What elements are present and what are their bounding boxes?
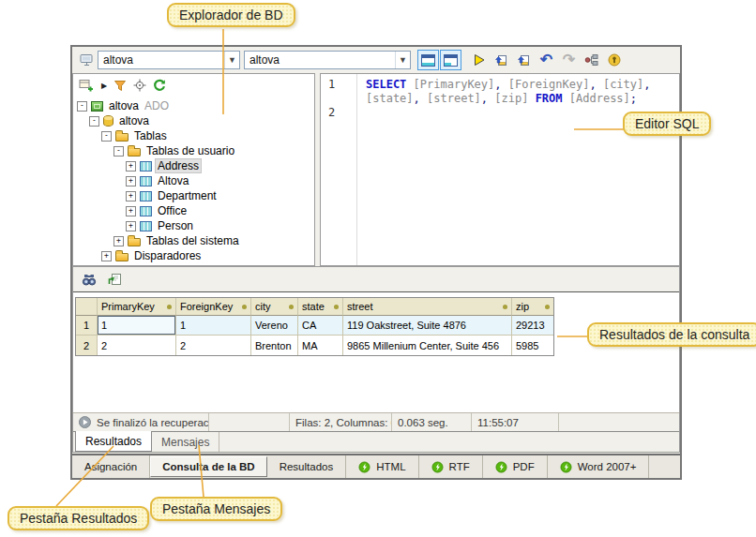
tree-expander-icon[interactable]: + [126, 191, 136, 201]
row-number[interactable]: 2 [76, 336, 98, 355]
grid-cell[interactable]: Vereno [251, 316, 298, 336]
add-datasource-button[interactable] [79, 79, 95, 92]
grid-cell[interactable]: 119 Oakstreet, Suite 4876 [343, 316, 512, 336]
tab-asignacion[interactable]: Asignación [72, 455, 150, 478]
column-header-foreignkey[interactable]: ForeignKey [176, 298, 251, 316]
explorer-toolbar: ▶ [73, 74, 314, 97]
tree-item-address[interactable]: +Address [73, 158, 314, 173]
lock-button[interactable] [603, 50, 625, 70]
column-menu-dot-icon[interactable] [334, 305, 339, 309]
refresh-button[interactable] [153, 79, 166, 92]
tab-resultados[interactable]: Resultados [75, 431, 152, 452]
tree-expander-icon[interactable]: - [77, 101, 87, 112]
column-header-zip[interactable]: zip [512, 298, 553, 316]
column-menu-dot-icon[interactable] [242, 305, 247, 309]
grid-cell[interactable]: 1 [176, 316, 251, 336]
column-header-primarykey[interactable]: PrimaryKey [98, 298, 176, 316]
row-number[interactable]: 1 [76, 316, 98, 336]
column-header-state[interactable]: state [298, 298, 343, 316]
tree-expander-icon[interactable]: - [89, 116, 99, 127]
data-source-combobox[interactable]: altova ▼ [98, 51, 240, 69]
find-button[interactable] [82, 274, 97, 286]
sql-editor-pane[interactable]: 1 SELECT [PrimaryKey], [ForeignKey], [ci… [320, 73, 680, 266]
tree-expander-icon[interactable]: + [126, 161, 136, 172]
tree-expander-icon[interactable]: + [126, 176, 136, 186]
callout-explorador-de-bd: Explorador de BD [167, 3, 295, 27]
tree-item-person[interactable]: +Person [73, 218, 314, 233]
tab-mensajes[interactable]: Mensajes [152, 432, 219, 452]
grid-cell[interactable]: 9865 Millenium Center, Suite 456 [343, 336, 512, 355]
tree-expander-icon[interactable]: + [113, 236, 124, 246]
tab-label: HTML [376, 461, 405, 472]
locate-button[interactable] [133, 79, 146, 92]
tree-item-label: Department [156, 189, 219, 202]
more-arrow-icon[interactable]: ▶ [101, 82, 107, 90]
column-header-street[interactable]: street [343, 298, 512, 316]
tree-item-altova[interactable]: +Altova [73, 173, 314, 188]
sql-statement[interactable]: SELECT [PrimaryKey], [ForeignKey], [city… [356, 78, 679, 106]
grid-cell[interactable]: 2 [176, 336, 251, 355]
tree-expander-icon[interactable]: - [113, 146, 124, 157]
redo-icon: ↷ [563, 52, 575, 67]
tab-pdf[interactable]: PDF [483, 455, 548, 478]
column-menu-dot-icon[interactable] [289, 305, 294, 309]
grid-corner-cell [76, 298, 98, 316]
column-header-label: ForeignKey [180, 301, 233, 312]
grid-cell[interactable]: 5985 [512, 336, 553, 355]
tree-item-altova[interactable]: -altovaADO [73, 98, 314, 113]
status-rows-cols: Filas: 2, Columnas: 6 [290, 413, 392, 431]
table-icon [140, 206, 152, 216]
tree-item-label: Tablas de usuario [144, 144, 236, 157]
combo-arrow-icon[interactable]: ▼ [224, 52, 239, 68]
grid-cell[interactable]: 2 [98, 336, 176, 355]
column-menu-dot-icon[interactable] [545, 305, 550, 309]
tree-item-disparadores[interactable]: +Disparadores [73, 248, 314, 263]
grid-cell[interactable]: Brenton [251, 336, 298, 355]
column-menu-dot-icon[interactable] [167, 305, 172, 309]
export-button[interactable] [108, 273, 122, 286]
status-message-section: Se finalizó la recuperación [73, 413, 209, 431]
tab-label: Word 2007+ [578, 461, 637, 472]
database-combobox[interactable]: altova ▼ [244, 51, 411, 69]
tree-expander-icon[interactable]: - [101, 131, 112, 142]
preview-icon [560, 461, 572, 473]
ado-icon [91, 101, 103, 112]
tab-label: PDF [513, 461, 535, 472]
grid-cell[interactable]: CA [298, 316, 343, 336]
redo-button[interactable]: ↷ [558, 50, 580, 70]
app-window: altova ▼ altova ▼ ↶ [70, 45, 682, 480]
tree-item-label: Address [156, 159, 201, 172]
column-header-city[interactable]: city [251, 298, 298, 316]
commit-button[interactable] [581, 50, 602, 70]
tree-expander-icon[interactable]: + [101, 251, 112, 261]
tab-word-2007[interactable]: Word 2007+ [548, 455, 650, 478]
execute-update-button[interactable] [513, 50, 535, 70]
run-query-button[interactable] [468, 50, 490, 70]
tree-item-altova[interactable]: -altova [73, 113, 314, 128]
undo-button[interactable]: ↶ [536, 50, 557, 70]
tab-rtf[interactable]: RTF [419, 455, 483, 478]
grid-cell[interactable]: 29213 [512, 316, 553, 336]
database-explorer-tree: -altovaADO-altova-Tablas-Tablas de usuar… [73, 97, 314, 263]
tree-item-office[interactable]: +Office [73, 203, 314, 218]
tree-item-label: Disparadores [132, 249, 203, 262]
tree-item-tablas[interactable]: -Tablas [73, 128, 314, 143]
grid-cell[interactable]: MA [298, 336, 343, 355]
tree-expander-icon[interactable]: + [126, 206, 136, 216]
layout-toggle-1-button[interactable] [417, 50, 439, 70]
tab-resultados-doc[interactable]: Resultados [267, 455, 347, 478]
tab-consulta-de-la-bd[interactable]: Consulta de la BD [150, 456, 266, 477]
layout-toggle-2-button[interactable] [440, 50, 461, 70]
tree-expander-icon[interactable]: + [126, 221, 136, 231]
column-header-label: street [347, 301, 373, 312]
execute-for-file-button[interactable] [491, 50, 512, 70]
tree-item-tablas-de-usuario[interactable]: -Tablas de usuario [73, 143, 314, 158]
grid-cell[interactable]: 1 [98, 316, 176, 336]
column-header-label: state [302, 301, 325, 312]
tree-item-tablas-del-sistema[interactable]: +Tablas del sistema [73, 233, 314, 248]
tree-item-department[interactable]: +Department [73, 188, 314, 203]
filter-button[interactable] [113, 80, 127, 92]
combo-arrow-icon[interactable]: ▼ [395, 52, 410, 68]
tab-html[interactable]: HTML [346, 455, 418, 478]
column-menu-dot-icon[interactable] [503, 305, 507, 309]
